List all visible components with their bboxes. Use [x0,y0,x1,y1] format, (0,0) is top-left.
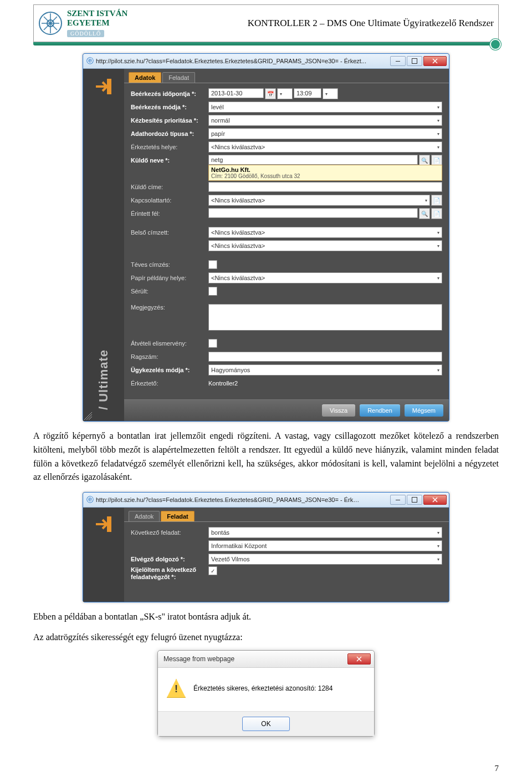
checkbox-teves[interactable] [208,260,217,269]
label-beerk-mod: Beérkezés módja *: [131,104,208,110]
time-dropdown[interactable]: ▾ [323,88,338,99]
autocomplete-popup[interactable]: NetGo.hu Kft. Cím: 2100 Gödöllő, Kossuth… [208,165,442,181]
label-adath: Adathordozó típusa *: [131,130,208,137]
university-name-1: SZENT ISTVÁN [67,9,127,18]
dialog-ok-button[interactable]: OK [242,717,290,731]
window-close-button[interactable] [423,495,447,505]
window-minimize-button[interactable] [390,495,406,505]
input-date[interactable] [208,88,264,98]
checkbox-serult[interactable] [208,287,217,296]
label-belso: Belső címzett: [131,229,208,236]
select-belso-2[interactable]: <Nincs kiválasztva>▾ [208,240,442,251]
label-kuldo-cim: Küldő címe: [131,184,208,190]
window-close-button[interactable] [423,56,447,66]
select-adath[interactable]: papír▾ [208,128,442,139]
label-atv: Átvételi elismervény: [131,340,208,347]
checkbox-atv[interactable] [208,339,217,348]
header-rule [33,42,499,45]
page-header: SZENT ISTVÁN EGYETEM GÖDÖLLŐ KONTROLLER … [33,4,499,42]
label-kov: Következő feladat: [131,529,208,536]
input-kuldo-nev[interactable] [208,155,418,165]
screenshot-window-adatok: ⓔ http://pilot.szie.hu/?class=Feladatok.… [83,53,449,422]
back-button[interactable]: Vissza [322,404,355,417]
input-time[interactable] [294,88,321,98]
label-erk-hely: Érkeztetés helye: [131,144,208,150]
paragraph-3: Az adatrögzítés sikerességét egy felugró… [33,631,499,645]
window-minimize-button[interactable] [390,56,406,66]
window-url: http://pilot.szie.hu/?class=Feladatok.Er… [96,496,362,503]
select-kapcs[interactable]: <Nincs kiválasztva>▾ [208,195,430,206]
label-ragsz: Ragszám: [131,353,208,360]
select-ugykez[interactable]: Hagyományos▾ [208,364,442,376]
tab-adatok[interactable]: Adatok [129,72,161,83]
ie-icon: ⓔ [86,495,94,505]
ok-button[interactable]: Rendben [360,404,400,417]
select-belso-1[interactable]: <Nincs kiválasztva>▾ [208,227,442,238]
input-ragsz[interactable] [208,352,442,362]
input-erintett[interactable] [208,208,418,218]
dialog-title: Message from webpage [163,655,234,663]
paragraph-2: Ebben a példában a bontatlan „SK-s" irat… [33,610,499,624]
date-dropdown[interactable]: ▾ [277,88,293,99]
screenshot-window-feladat: ⓔ http://pilot.szie.hu/?class=Feladatok.… [83,492,449,602]
search-icon[interactable]: 🔍 [419,155,430,166]
page-number: 7 [495,764,499,773]
label-beerk-ido: Beérkezés időpontja *: [131,90,208,97]
label-prior: Kézbesítés prioritása *: [131,117,208,124]
select-org[interactable]: Informatikai Központ▾ [208,540,442,551]
select-mod[interactable]: levél▾ [208,102,442,113]
document-title: KONTROLLER 2 – DMS One Ultimate Ügyiratk… [248,18,494,29]
dialog-message: Érkeztetés sikeres, érkeztetési azonosít… [193,684,332,692]
university-logo [38,11,63,36]
label-erkezteto: Érkeztető: [131,380,208,387]
label-kapcs: Kapcsolattartó: [131,197,208,204]
svg-rect-2 [107,79,111,94]
select-papir-hely[interactable]: <Nincs kiválasztva>▾ [208,272,442,283]
select-erk-hely[interactable]: <Nincs kiválasztva>▾ [208,141,442,153]
label-megj: Megjegyzés: [131,304,208,311]
resize-handle-icon[interactable] [84,412,92,420]
tab-feladat[interactable]: Feladat [162,72,195,83]
tab-adatok[interactable]: Adatok [129,511,160,521]
new-icon[interactable]: 📄 [431,195,442,206]
ie-icon: ⓔ [86,56,94,66]
campus-badge: GÖDÖLLŐ [67,30,104,38]
value-erkezteto: Kontroller2 [208,380,238,387]
select-kov[interactable]: bontás▾ [208,527,442,538]
tab-feladat[interactable]: Feladat [161,511,195,521]
paragraph-1: A rögzítő képernyő a bontatlan irat jell… [33,429,499,484]
label-elv: Elvégző dolgozó *: [131,556,208,562]
window-maximize-button[interactable] [407,495,422,505]
new-icon[interactable]: 📄 [431,155,442,166]
sidebar-arrow-icon [93,75,115,98]
label-serult: Sérült: [131,288,208,295]
window-url: http://pilot.szie.hu/?class=Feladatok.Er… [96,58,366,64]
label-erintett: Érintett fél: [131,210,208,217]
dialog-close-button[interactable] [347,653,371,665]
label-ugykez: Ügykezelés módja *: [131,367,208,373]
new-icon[interactable]: 📄 [431,208,442,219]
university-name-2: EGYETEM [67,18,127,28]
checkbox-kij[interactable] [208,566,217,575]
message-dialog: Message from webpage ! Érkeztetés sikere… [157,650,375,737]
calendar-icon[interactable]: 📅 [265,88,276,99]
select-prior[interactable]: normál▾ [208,115,442,126]
input-kuldo-cim[interactable] [208,182,442,192]
window-maximize-button[interactable] [407,56,422,66]
label-kuldo-nev: Küldő neve *: [131,157,208,164]
label-papir-hely: Papír példány helye: [131,275,208,281]
cancel-button[interactable]: Mégsem [405,404,443,417]
sidebar-brand: / Ultimate [96,349,111,410]
select-dolg[interactable]: Vezető Vilmos▾ [208,554,442,565]
sidebar-arrow-icon [93,513,115,535]
svg-rect-3 [107,516,111,532]
label-teves: Téves címzés: [131,261,208,268]
search-icon[interactable]: 🔍 [419,208,430,219]
label-kij: Kijelöltem a következő feladatvégzőt *: [131,566,208,581]
textarea-megj[interactable] [208,304,442,331]
warning-icon: ! [167,679,186,698]
